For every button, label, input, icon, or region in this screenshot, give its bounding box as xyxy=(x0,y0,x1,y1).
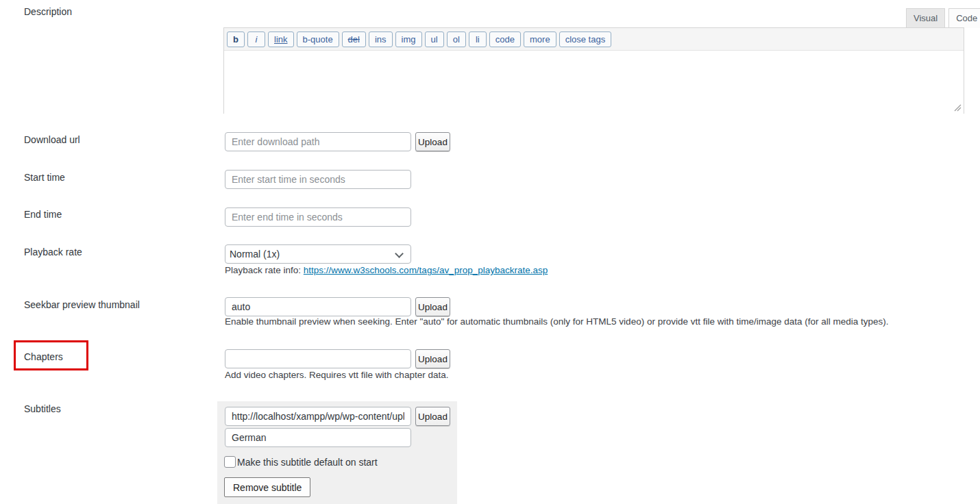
chapters-upload-button[interactable]: Upload xyxy=(415,349,450,368)
quicktag-ins-button[interactable]: ins xyxy=(369,32,393,47)
playback-rate-help: Playback rate info: https://www.w3school… xyxy=(225,265,548,275)
playback-rate-select-wrap: Normal (1x) xyxy=(225,244,411,264)
seekbar-thumbnail-help: Enable thumbnail preview when seeking. E… xyxy=(225,316,889,327)
subtitle-upload-button[interactable]: Upload xyxy=(415,407,450,426)
chapters-help: Add video chapters. Requires vtt file wi… xyxy=(225,370,448,380)
quicktag-closetags-button[interactable]: close tags xyxy=(559,32,612,47)
editor-mode-tabs: Visual Code xyxy=(906,8,980,28)
start-time-label: Start time xyxy=(24,172,65,183)
quicktag-code-button[interactable]: code xyxy=(489,32,521,47)
quicktags-toolbar: b i link b-quote del ins img ul ol li co… xyxy=(224,28,964,51)
end-time-label: End time xyxy=(24,209,62,220)
quicktag-del-button[interactable]: del xyxy=(342,32,366,47)
resize-grip-icon[interactable] xyxy=(954,104,961,112)
quicktag-more-button[interactable]: more xyxy=(524,32,556,47)
subtitle-language-input[interactable] xyxy=(225,428,411,447)
seekbar-thumbnail-input[interactable] xyxy=(225,297,411,316)
start-time-input[interactable] xyxy=(225,170,411,189)
subtitle-url-input[interactable] xyxy=(225,407,411,426)
remove-subtitle-button[interactable]: Remove subtitle xyxy=(224,477,310,497)
playback-rate-label: Playback rate xyxy=(24,247,82,257)
seekbar-thumbnail-upload-button[interactable]: Upload xyxy=(415,297,450,316)
quicktag-ol-button[interactable]: ol xyxy=(447,32,466,47)
description-textarea[interactable] xyxy=(224,51,964,114)
chapters-label: Chapters xyxy=(24,351,63,362)
quicktag-link-button[interactable]: link xyxy=(268,32,294,47)
download-url-input[interactable] xyxy=(225,132,411,151)
playback-rate-help-prefix: Playback rate info: xyxy=(225,265,304,275)
description-editor: b i link b-quote del ins img ul ol li co… xyxy=(223,27,964,114)
download-url-label: Download url xyxy=(24,134,80,145)
quicktag-italic-button[interactable]: i xyxy=(247,32,265,47)
subtitle-default-checkbox[interactable] xyxy=(224,456,236,468)
subtitles-label: Subtitles xyxy=(24,403,61,414)
quicktag-blockquote-button[interactable]: b-quote xyxy=(297,32,339,47)
quicktag-li-button[interactable]: li xyxy=(469,32,487,47)
tab-code[interactable]: Code xyxy=(948,8,980,28)
quicktag-ul-button[interactable]: ul xyxy=(425,32,444,47)
quicktag-img-button[interactable]: img xyxy=(395,32,422,47)
tab-visual[interactable]: Visual xyxy=(906,8,945,28)
download-url-upload-button[interactable]: Upload xyxy=(415,132,450,151)
subtitle-default-checkbox-label: Make this subtitle default on start xyxy=(237,457,378,468)
playback-rate-select[interactable]: Normal (1x) xyxy=(225,244,411,264)
quicktag-bold-button[interactable]: b xyxy=(227,32,245,47)
video-settings-form: Description Visual Code b i link b-quote… xyxy=(0,0,980,504)
playback-rate-info-link[interactable]: https://www.w3schools.com/tags/av_prop_p… xyxy=(304,265,548,275)
description-label: Description xyxy=(24,6,72,17)
chapters-input[interactable] xyxy=(225,349,411,368)
seekbar-thumbnail-label: Seekbar preview thumbnail xyxy=(24,299,140,310)
end-time-input[interactable] xyxy=(225,207,411,227)
